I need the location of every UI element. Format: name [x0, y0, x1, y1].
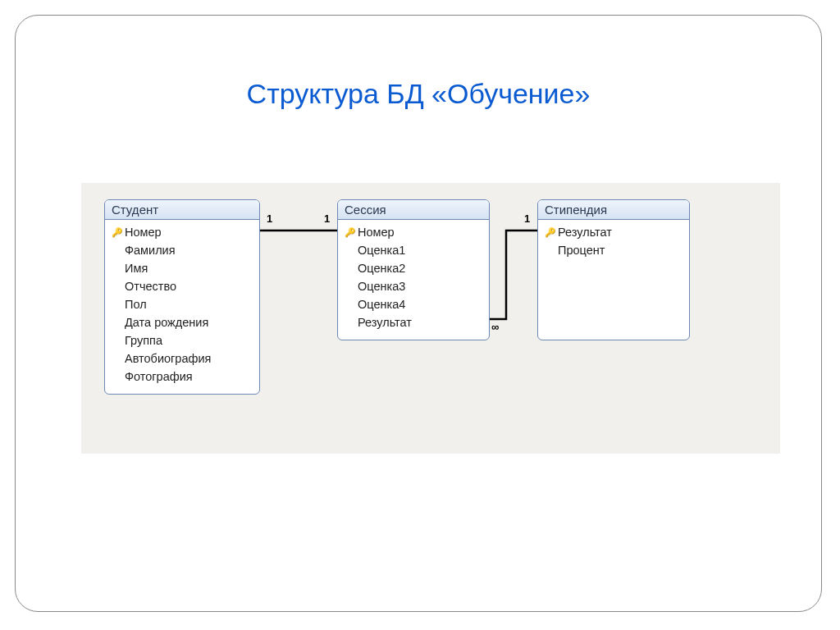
key-icon: 🔑	[112, 223, 123, 241]
field-name: Оценка1	[358, 241, 405, 259]
field-row: Оценка1	[343, 241, 484, 259]
primary-key-icon: 🔑	[543, 223, 558, 241]
cardinality-label: ∞	[491, 321, 499, 333]
field-name: Оценка3	[358, 277, 405, 295]
field-row: 🔑Результат	[543, 223, 684, 241]
key-icon: 🔑	[545, 223, 556, 241]
field-name: Результат	[558, 223, 612, 241]
field-name: Процент	[558, 241, 605, 259]
table-header: Сессия	[338, 200, 489, 220]
primary-key-icon: 🔑	[110, 223, 125, 241]
field-row: Фотография	[110, 368, 254, 386]
field-name: Отчество	[125, 277, 176, 295]
field-name: Фотография	[125, 368, 193, 386]
field-name: Автобиография	[125, 349, 211, 368]
field-row: Автобиография	[110, 349, 254, 368]
table-box: Сессия🔑НомерОценка1Оценка2Оценка3Оценка4…	[337, 199, 490, 340]
key-icon: 🔑	[345, 223, 356, 241]
table-box: Стипендия🔑РезультатПроцент	[537, 199, 690, 340]
table-header: Стипендия	[538, 200, 689, 220]
slide-frame: Структура БД «Обучение» 11∞1 Студент🔑Ном…	[15, 15, 822, 612]
table-header: Студент	[105, 200, 259, 220]
field-row: Отчество	[110, 277, 254, 295]
field-name: Группа	[125, 331, 162, 349]
field-row: Дата рождения	[110, 313, 254, 331]
field-row: 🔑Номер	[110, 223, 254, 241]
field-name: Номер	[358, 223, 395, 241]
page-title: Структура БД «Обучение»	[16, 78, 821, 110]
field-row: Оценка4	[343, 295, 484, 313]
field-name: Оценка4	[358, 295, 405, 313]
field-row: Результат	[343, 313, 484, 331]
field-row: Пол	[110, 295, 254, 313]
field-name: Номер	[125, 223, 162, 241]
table-box: Студент🔑НомерФамилияИмяОтчествоПолДата р…	[104, 199, 260, 395]
diagram-canvas: 11∞1 Студент🔑НомерФамилияИмяОтчествоПолД…	[81, 183, 780, 454]
relationship-line	[490, 231, 537, 319]
field-name: Оценка2	[358, 259, 405, 277]
table-body: 🔑НомерФамилияИмяОтчествоПолДата рождения…	[105, 220, 259, 392]
field-row: Оценка3	[343, 277, 484, 295]
field-row: Оценка2	[343, 259, 484, 277]
field-row: 🔑Номер	[343, 223, 484, 241]
field-row: Группа	[110, 331, 254, 349]
field-name: Пол	[125, 295, 147, 313]
field-name: Дата рождения	[125, 313, 208, 331]
field-name: Фамилия	[125, 241, 176, 259]
cardinality-label: 1	[324, 212, 330, 225]
cardinality-label: 1	[267, 212, 272, 225]
primary-key-icon: 🔑	[343, 223, 358, 241]
cardinality-label: 1	[524, 212, 530, 225]
field-row: Процент	[543, 241, 684, 259]
field-name: Имя	[125, 259, 148, 277]
table-body: 🔑НомерОценка1Оценка2Оценка3Оценка4Резуль…	[338, 220, 489, 338]
field-name: Результат	[358, 313, 412, 331]
field-row: Имя	[110, 259, 254, 277]
table-body: 🔑РезультатПроцент	[538, 220, 689, 266]
field-row: Фамилия	[110, 241, 254, 259]
